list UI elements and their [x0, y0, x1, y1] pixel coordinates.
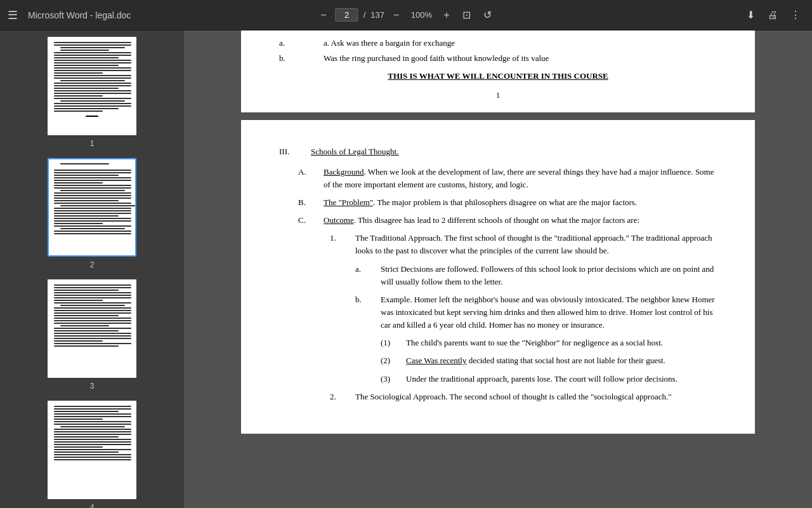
doc-line	[54, 103, 131, 104]
page-thumb-2[interactable]: 2	[13, 158, 171, 269]
section-iii-title: Schools of Legal Thought.	[311, 145, 398, 158]
thumb-wrapper-2[interactable]	[48, 158, 136, 257]
zoom-in-button[interactable]: +	[440, 7, 453, 23]
download-button[interactable]: ⬇	[743, 6, 759, 23]
thumb-img-1	[49, 38, 135, 134]
doc-line	[54, 421, 131, 422]
doc-line	[54, 90, 131, 91]
doc-line	[54, 343, 131, 344]
doc-line	[60, 47, 125, 48]
term-traditional: The Traditional Approach	[355, 233, 440, 243]
doc-line	[54, 185, 131, 186]
doc-line	[54, 210, 131, 211]
doc-line	[54, 60, 131, 61]
doc-line	[54, 110, 103, 112]
doc-line	[54, 105, 131, 107]
doc-line	[54, 424, 131, 425]
zoom-level: 100%	[408, 10, 435, 20]
page-total: 137	[370, 10, 384, 20]
doc-line	[54, 457, 131, 458]
doc-line	[54, 182, 103, 184]
fit-page-button[interactable]: ⊡	[459, 6, 475, 23]
doc-line	[54, 220, 131, 222]
doc-line	[60, 205, 135, 206]
doc-line	[60, 100, 125, 102]
doc-line	[54, 187, 131, 189]
numbered-item-1: 1. The Traditional Approach. The first s…	[279, 232, 717, 257]
doc-line	[54, 72, 103, 74]
term-background: Background	[324, 167, 364, 177]
subsection-c: C. Outcome. This disagree has lead to 2 …	[279, 214, 717, 227]
thumb-label-4: 4	[90, 503, 95, 508]
term-example: Example	[381, 295, 410, 304]
let-a-label: a.	[355, 263, 381, 288]
doc-line	[54, 77, 131, 79]
doc-line	[54, 208, 131, 209]
zoom-out-btn2[interactable]: −	[390, 7, 403, 23]
doc-line	[54, 312, 131, 314]
doc-line	[54, 172, 131, 173]
term-case-recent: Case Was recently	[406, 356, 466, 365]
doc-line	[54, 200, 119, 201]
doc-line	[54, 203, 131, 204]
subsec-c-label: C.	[298, 214, 324, 227]
doc-line	[54, 320, 131, 321]
doc-line	[54, 297, 131, 298]
doc-line	[60, 305, 125, 306]
thumb-wrapper-3[interactable]	[48, 279, 136, 378]
doc-line	[54, 434, 131, 435]
page-2: III. Schools of Legal Thought. A. Backgr…	[241, 120, 755, 434]
page-gap	[184, 112, 812, 120]
doc-line	[54, 411, 119, 412]
doc-line	[54, 408, 131, 410]
doc-line	[54, 67, 131, 69]
page-thumb-4[interactable]: 4	[13, 401, 171, 508]
doc-line	[54, 231, 131, 232]
print-button[interactable]: 🖨	[764, 7, 782, 23]
doc-line	[54, 55, 131, 56]
list-label-b: b.	[279, 52, 311, 65]
menu-icon[interactable]: ☰	[8, 8, 18, 22]
doc-line	[60, 426, 125, 427]
page1-line-a: a. a. Ask was there a bargain for exchan…	[279, 37, 717, 50]
num-2-label: 2.	[330, 391, 355, 403]
doc-line	[54, 335, 131, 337]
thumb-img-2	[49, 159, 135, 255]
sidebar-scroll[interactable]: 1	[0, 30, 184, 508]
thumb-wrapper-4[interactable]	[48, 401, 136, 499]
list-text-a: a. Ask was there a bargain for exchange	[311, 37, 455, 50]
page-number-input[interactable]	[336, 8, 358, 22]
num-1-content: The Traditional Approach. The first scho…	[355, 232, 717, 257]
doc-line	[54, 429, 131, 430]
doc-line	[54, 295, 131, 296]
subsec-c-text: . This disagree has lead to 2 different …	[354, 215, 639, 225]
more-options-button[interactable]: ⋮	[787, 6, 804, 23]
doc-line	[54, 436, 119, 438]
page-thumb-3[interactable]: 3	[13, 279, 171, 391]
doc-line	[54, 315, 119, 316]
subsec-b-label: B.	[298, 196, 324, 209]
doc-line	[54, 451, 119, 453]
doc-line	[54, 218, 131, 219]
doc-line	[60, 190, 125, 191]
zoom-out-button[interactable]: −	[317, 7, 330, 23]
deep-3-content: Under the traditional approach, parents …	[406, 373, 717, 385]
deep-3-label: (3)	[381, 373, 406, 385]
document-viewer[interactable]: a. a. Ask was there a bargain for exchan…	[184, 30, 812, 508]
doc-line	[60, 50, 109, 51]
num-2-text: . The second school of thought is called…	[445, 392, 671, 401]
page-thumb-1[interactable]: 1	[13, 37, 171, 148]
let-b-text: . Homer left the neighbor's house and wa…	[381, 295, 715, 330]
doc-lines-2	[51, 162, 133, 236]
page-1-bottom: a. a. Ask was there a bargain for exchan…	[241, 30, 755, 112]
rotate-button[interactable]: ↺	[480, 6, 495, 23]
thumb-wrapper-1[interactable]	[48, 37, 136, 135]
doc-lines-4	[51, 404, 133, 462]
numbered-item-2: 2. The Sociological Approach. The second…	[279, 391, 717, 403]
toolbar-right: ⬇ 🖨 ⋮	[743, 6, 804, 23]
page-separator: /	[363, 10, 366, 20]
doc-line	[54, 213, 131, 214]
term-problem: The "Problem"	[324, 197, 373, 207]
page-number-1: 1	[279, 89, 717, 102]
toolbar-center: − / 137 − 100% + ⊡ ↺	[317, 6, 495, 23]
